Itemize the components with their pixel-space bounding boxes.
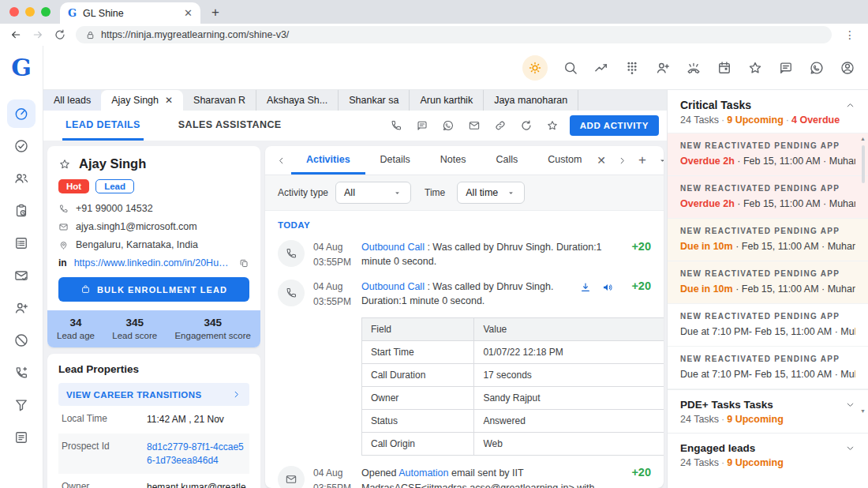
tab-lead-details[interactable]: LEAD DETAILS [62,111,144,141]
add-lead-button[interactable] [655,60,671,76]
close-window-button[interactable] [9,7,19,17]
caret-down-icon[interactable] [657,156,664,166]
play-audio-icon[interactable] [601,281,614,294]
copy-icon[interactable] [239,258,249,268]
task-card[interactable]: NEW REACTIVATED PENDING APP Overdue 2h ·… [668,133,868,176]
lock-icon [85,30,95,40]
forward-icon[interactable] [32,28,44,41]
dialpad-button[interactable] [624,60,640,76]
lead-tab[interactable]: Shankar sa [339,90,410,111]
sidebar-item-dnd[interactable] [7,326,36,355]
add-tab-icon[interactable]: + [638,152,646,168]
filter-icon [13,397,29,413]
activity-type-select[interactable]: All [335,182,411,204]
bag-icon [80,284,91,295]
sidebar-item-dashboard[interactable] [7,99,36,128]
task-card[interactable]: NEW REACTIVATED PENDING APP Due in 10m ·… [668,219,868,261]
critical-tasks-header[interactable]: Critical Tasks 24 Tasks·9 Upcoming·4 Ove… [668,90,868,133]
caret-down-icon [392,188,402,198]
lead-stats: 34Lead age 345Lead score 345Engagement s… [47,310,260,347]
chat-button[interactable] [778,60,794,76]
url-bar[interactable]: https://ninja.mygreatlearning.com/shine-… [76,26,832,43]
outbound-call-link[interactable]: Outbound Call [361,281,425,292]
tab-sales-assistance[interactable]: SALES ASSISTANCE [175,111,285,141]
search-button[interactable] [563,60,578,76]
sidebar-item-lists[interactable] [7,229,36,257]
refresh-icon[interactable] [520,119,533,132]
gl-logo[interactable]: G [11,46,32,88]
view-career-transitions-link[interactable]: VIEW CAREER TRANSITIONS [58,383,249,406]
window-controls[interactable] [0,0,60,24]
download-recording-icon[interactable] [579,281,592,294]
prospect-id-link[interactable]: 8d1c2779-87f1-4ccae56-1d73eea846d4 [147,441,246,467]
calendar-button[interactable] [716,60,732,76]
lead-tab[interactable]: Jaya manoharan [484,90,578,111]
tab-notes[interactable]: Notes [425,146,481,175]
lead-tab[interactable]: Sharavan R [183,90,256,111]
bulk-enrollment-button[interactable]: BULK ENROLLMENT LEAD [58,277,249,302]
tab-details[interactable]: Details [365,146,425,175]
sidebar-item-new-call[interactable] [7,358,36,387]
linkedin-link[interactable]: https://www.linkedin.com/in/20Huo... [74,257,232,268]
activity-item[interactable]: 04 Aug03:55PM Opened Automation email se… [278,466,651,488]
whatsapp-button[interactable] [809,60,825,76]
sidebar-item-notes[interactable] [7,423,36,452]
engaged-leads-section[interactable]: Engaged leads 24 Tasks·9 Upcoming [668,433,868,476]
account-button[interactable] [840,60,855,76]
browser-tab[interactable]: G GL Shine ✕ [60,2,200,24]
pde-tasks-section[interactable]: PDE+ Tasks Tasks 24 Tasks·9 Upcoming [668,389,868,433]
sidebar-item-add-lead[interactable] [7,294,36,322]
star-icon[interactable] [58,158,71,171]
chevron-right-icon[interactable] [617,156,627,166]
automation-link[interactable]: Automation [398,467,448,479]
call-activity-button[interactable] [686,60,702,76]
task-card[interactable]: NEW REACTIVATED PENDING APP Due in 10m ·… [668,261,868,304]
chevron-down-icon[interactable] [845,400,855,410]
lead-tab[interactable]: Akshaya Sh... [256,90,339,111]
activity-item[interactable]: 04 Aug03:55PM Outbound Call : Was called… [278,240,651,269]
task-card[interactable]: NEW REACTIVATED PENDING APP Overdue 2h ·… [668,176,868,219]
sidebar-item-pending[interactable] [7,197,36,225]
chat-icon[interactable] [416,119,428,132]
new-tab-button[interactable]: + [200,5,230,24]
star-icon[interactable] [546,119,559,132]
lead-tab-all-leads[interactable]: All leads [43,90,101,111]
maximize-window-button[interactable] [41,7,51,17]
sidebar-item-tasks[interactable] [7,132,36,160]
tasks-scrollbar-thumb[interactable] [862,145,865,183]
tab-custom[interactable]: Custom [533,146,597,175]
back-icon[interactable] [9,28,22,41]
theme-sun-button[interactable] [522,55,548,81]
tab-calls[interactable]: Calls [481,146,533,175]
tab-activities[interactable]: Activities [291,146,365,175]
reload-icon[interactable] [54,28,66,41]
phone-icon[interactable] [390,119,402,132]
tabs-scroll-left-button[interactable] [271,146,291,175]
close-tab-icon[interactable]: ✕ [597,154,606,167]
close-tab-icon[interactable]: ✕ [184,7,193,19]
check-circle-icon [13,138,29,154]
browser-menu-icon[interactable]: ⋮ [841,28,859,41]
sidebar-item-leads[interactable] [7,164,36,193]
analytics-button[interactable] [593,60,609,76]
lead-tab[interactable]: Arun karthik [410,90,484,111]
minimize-window-button[interactable] [25,7,35,17]
sidebar-item-mail[interactable] [7,261,36,290]
task-card[interactable]: NEW REACTIVATED PENDING APP Due at 7:10 … [668,347,868,389]
link-icon[interactable] [494,119,507,132]
lead-tab-active[interactable]: Ajay Singh✕ [101,90,183,111]
mail-icon[interactable] [468,119,481,132]
favorites-button[interactable] [747,60,763,76]
time-filter-select[interactable]: All time [457,182,525,204]
close-lead-tab-icon[interactable]: ✕ [165,95,173,106]
hot-badge: Hot [58,179,89,193]
add-activity-button[interactable]: ADD ACTIVITY [570,115,659,136]
chevron-down-icon[interactable] [845,443,855,453]
sidebar-item-filters[interactable] [7,391,36,419]
whatsapp-icon[interactable] [442,119,455,132]
task-card[interactable]: NEW REACTIVATED PENDING APP Due at 7:10 … [668,304,868,347]
outbound-call-link[interactable]: Outbound Call [361,242,425,253]
activity-item[interactable]: 04 Aug03:55PM Outbound Call : Was called… [278,280,651,309]
chevron-up-icon[interactable] [845,100,855,111]
caret-down-icon [506,188,516,198]
